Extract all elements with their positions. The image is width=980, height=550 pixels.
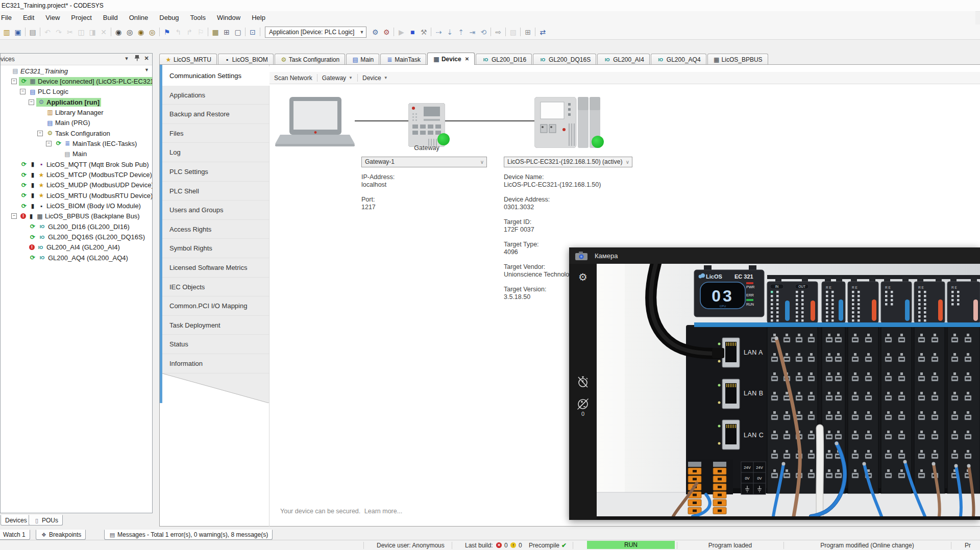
tree-item-licos-mrtu-modbusrtu-device[interactable]: ⟳▮★LicOS_MRTU (ModbusRTU Device) xyxy=(1,190,152,201)
reset-icon[interactable]: ⟲ xyxy=(478,26,489,38)
page-communication-settings[interactable]: Communication Settings xyxy=(162,66,270,86)
tree-item-maintask-iec-tasks[interactable]: −⟳≣MainTask (IEC-Tasks) xyxy=(1,138,152,148)
device-select[interactable]: LicOS-PLC-EC321-(192.168.1.50) (active) … xyxy=(504,157,632,167)
online-logout-icon[interactable]: ⚙ xyxy=(381,26,392,38)
tab-messages[interactable]: ▤ Messages - Total 1 error(s), 0 warning… xyxy=(104,530,273,540)
replace-icon[interactable]: ◎ xyxy=(124,26,135,38)
tree-item-licos-mudp-modbusudp-device[interactable]: ⟳▮★LicOS_MUDP (ModbusUDP Device) xyxy=(1,180,152,190)
step-out-icon[interactable]: ⇡ xyxy=(455,26,467,38)
close-icon[interactable]: ✕ xyxy=(465,56,469,62)
tree-item-plc-logic[interactable]: −▤PLC Logic xyxy=(1,87,152,97)
page-status[interactable]: Status xyxy=(162,335,269,354)
tab-breakpoints[interactable]: ❖ Breakpoints xyxy=(36,530,86,540)
camera-titlebar[interactable]: Камера xyxy=(569,247,980,264)
paste-icon[interactable]: ◨ xyxy=(87,26,98,38)
tree-item-gl200-di16-gl200-di16[interactable]: ⟳IOGL200_DI16 (GL200_DI16) xyxy=(1,221,152,232)
page-common-pci-i-o-mapping[interactable]: Common.PCI I/O Mapping xyxy=(162,296,269,316)
tab-task-configuration[interactable]: ⚙Task Configuration xyxy=(275,54,345,65)
expander-icon[interactable]: − xyxy=(37,131,43,136)
expander-icon[interactable]: − xyxy=(11,213,17,219)
tab-licos-mrtu[interactable]: ★LicOS_MRTU xyxy=(159,54,217,65)
save-icon[interactable]: ▣ xyxy=(12,26,23,38)
exposure-compensation-icon[interactable] xyxy=(569,397,597,412)
device-menu-button[interactable]: Device▼ xyxy=(358,72,393,84)
menu-edit[interactable]: Edit xyxy=(17,11,40,24)
page-information[interactable]: Information xyxy=(162,354,269,373)
page-plc-settings[interactable]: PLC Settings xyxy=(162,162,269,182)
find-in-project-icon[interactable]: ◉ xyxy=(135,26,146,38)
tab-devices[interactable]: Devices xyxy=(1,515,32,526)
menu-file[interactable]: File xyxy=(0,11,17,24)
tab-device[interactable]: ▦Device✕ xyxy=(427,53,475,65)
find-icon[interactable]: ◉ xyxy=(113,26,124,38)
cut-icon[interactable]: ✂ xyxy=(64,26,76,38)
menu-debug[interactable]: Debug xyxy=(154,11,184,24)
tree-item-main-prg[interactable]: ▤Main (PRG) xyxy=(1,118,152,128)
scan-network-button[interactable]: Scan Network xyxy=(270,72,317,84)
page-task-deployment[interactable]: Task Deployment xyxy=(162,316,269,335)
tree-item-task-configuration[interactable]: −⚙Task Configuration xyxy=(1,128,152,138)
single-cycle-icon[interactable]: ⇨ xyxy=(493,26,504,38)
delete-icon[interactable]: ✕ xyxy=(98,26,109,38)
online-config-icon[interactable]: ⚒ xyxy=(418,26,429,38)
tree-item-main[interactable]: ▤Main xyxy=(1,149,152,159)
run-to-cursor-icon[interactable]: ⇥ xyxy=(467,26,478,38)
tab-maintask[interactable]: ≣MainTask xyxy=(380,54,426,65)
tab-licos-bpbus[interactable]: ▦LicOS_BPBUS xyxy=(707,54,768,65)
tree-item-gl200-ai4-gl200-ai4[interactable]: !IOGL200_AI4 (GL200_AI4) xyxy=(1,242,152,253)
build-icon[interactable]: ⊡ xyxy=(247,26,258,38)
learn-more-link[interactable]: Learn more... xyxy=(364,508,402,515)
timer-off-icon[interactable] xyxy=(569,375,597,390)
tree-item-gl200-dq16s-gl200-dq16s[interactable]: ⟳IOGL200_DQ16S (GL200_DQ16S) xyxy=(1,232,152,242)
page-files[interactable]: Files xyxy=(162,124,269,143)
tab-pous[interactable]: ▯ POUs xyxy=(29,515,63,526)
menu-project[interactable]: Project xyxy=(65,11,97,24)
step-into-icon[interactable]: ⇣ xyxy=(444,26,455,38)
previous-bookmark-icon[interactable]: ↰ xyxy=(173,26,184,38)
gateway-menu-button[interactable]: Gateway▼ xyxy=(317,72,357,84)
page-users-and-groups[interactable]: Users and Groups xyxy=(162,201,269,220)
expander-icon[interactable]: − xyxy=(46,141,52,146)
new-object-icon[interactable]: ▢ xyxy=(232,26,243,38)
next-bookmark-icon[interactable]: ↱ xyxy=(184,26,195,38)
copy-icon[interactable]: ◫ xyxy=(76,26,87,38)
menu-help[interactable]: Help xyxy=(246,11,271,24)
page-symbol-rights[interactable]: Symbol Rights xyxy=(162,239,269,258)
tree-item-licos-biom-body-i-o-module[interactable]: ⟳▮▪LicOS_BIOM (Body I/O Module) xyxy=(1,201,152,211)
expander-icon[interactable]: − xyxy=(20,89,26,94)
tree-item-library-manager[interactable]: ▥Library Manager xyxy=(1,107,152,117)
cart-icon[interactable]: ⊞ xyxy=(522,26,533,38)
project-dropdown-icon[interactable]: ▼ xyxy=(144,67,149,72)
tree-item-licos-bpbus-backplane-bus[interactable]: −!▮▦LicOS_BPBUS (Backplane Bus) xyxy=(1,211,152,221)
stop-icon[interactable]: ■ xyxy=(407,26,418,38)
clear-bookmarks-icon[interactable]: ⚐ xyxy=(195,26,206,38)
generate-code-icon[interactable]: ⊞ xyxy=(221,26,232,38)
menu-view[interactable]: View xyxy=(40,11,65,24)
page-iec-objects[interactable]: IEC Objects xyxy=(162,278,269,297)
replace-in-project-icon[interactable]: ◎ xyxy=(146,26,158,38)
page-plc-shell[interactable]: PLC Shell xyxy=(162,182,269,201)
open-icon[interactable]: ▥ xyxy=(1,26,12,38)
page-applications[interactable]: Applications xyxy=(162,86,269,105)
undo-icon[interactable]: ↶ xyxy=(42,26,53,38)
page-access-rights[interactable]: Access Rights xyxy=(162,220,269,239)
expander-icon[interactable]: − xyxy=(29,99,34,105)
flow-control-icon[interactable]: ▧ xyxy=(507,26,519,38)
tree-item-licos-mqtt-mqtt-brok-sub-pub[interactable]: ⟳▮▪LicOS_MQTT (Mqtt Brok Sub Pub) xyxy=(1,159,152,169)
tab-gl200-aq4[interactable]: IOGL200_AQ4 xyxy=(651,54,706,65)
start-icon[interactable]: ▶ xyxy=(396,26,407,38)
menu-build[interactable]: Build xyxy=(97,11,124,24)
tree-item-gl200-aq4-gl200-aq4[interactable]: ⟳IOGL200_AQ4 (GL200_AQ4) xyxy=(1,253,152,263)
compile-icon[interactable]: ▦ xyxy=(210,26,221,38)
active-application-selector[interactable]: Application [Device: PLC Logic] ▼ xyxy=(265,27,366,38)
online-login-icon[interactable]: ⚙ xyxy=(370,26,381,38)
tab-licos-biom[interactable]: ▪LicOS_BIOM xyxy=(218,54,274,65)
page-licensed-software-metrics[interactable]: Licensed Software Metrics xyxy=(162,258,269,278)
page-log[interactable]: Log xyxy=(162,143,269,162)
tree-item-application-run[interactable]: −⚙Application [run] xyxy=(1,97,152,107)
tab-gl200-ai4[interactable]: IOGL200_AI4 xyxy=(597,54,650,65)
menu-tools[interactable]: Tools xyxy=(185,11,211,24)
tab-gl200-dq16s[interactable]: IOGL200_DQ16S xyxy=(533,54,596,65)
tree-item-device-connected-licos-plc-ec321[interactable]: −⟳▦Device [connected] (LicOS-PLC-EC321) xyxy=(1,76,152,86)
tab-watch-1[interactable]: Watch 1 xyxy=(0,530,30,540)
